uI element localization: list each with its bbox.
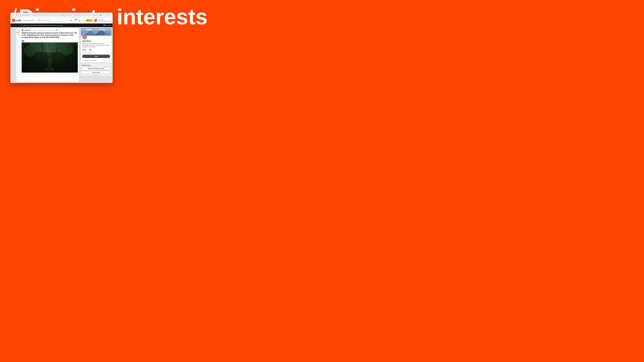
- url-bar[interactable]: (4) Walking along this stunning rainfore…: [18, 13, 98, 16]
- post-title: Walking along this stunning rainforest c…: [22, 32, 78, 38]
- browser-window: ← ↻ (4) Walking along this stunning rain…: [10, 12, 113, 83]
- minimize-button[interactable]: —: [105, 14, 107, 16]
- calendar-icon: 🏛: [82, 52, 83, 53]
- post-content: r/EarthPorn · Posted by u/TritonTheDark …: [20, 28, 79, 82]
- more-icon[interactable]: ⋮: [102, 14, 104, 16]
- content-area: ▲ 25.7k ▼ r/EarthPorn · Posted by u/Trit…: [10, 27, 112, 83]
- username: furtivepuffin: [98, 19, 110, 20]
- post-area: ▲ 25.7k ▼ r/EarthPorn · Posted by u/Trit…: [15, 27, 80, 83]
- window-controls: 🧩 ⋮ — □ ✕: [100, 14, 111, 16]
- subreddit-icon: [22, 29, 24, 31]
- svg-point-27: [86, 29, 92, 30]
- search-placeholder: Search Reddit: [40, 19, 49, 21]
- chat-badge: 4: [76, 18, 77, 20]
- vote-up-icon[interactable]: ▲: [12, 24, 14, 26]
- chat-irc-button[interactable]: Chat in IRC: [82, 71, 110, 74]
- post-title-bar: Walking along this stunning rainforest c…: [23, 25, 102, 26]
- time-ago: 2 years ago: [47, 30, 53, 31]
- browser-titlebar: ← ↻ (4) Walking along this stunning rain…: [10, 13, 112, 17]
- free-button[interactable]: Free: [86, 19, 93, 22]
- browser-controls: ← ↻: [12, 14, 18, 16]
- add-icon[interactable]: ＋: [82, 19, 84, 22]
- right-sidebar: 🌍 r/EarthPorn EarthPorn is your communit…: [80, 27, 112, 83]
- share-icon[interactable]: ↗: [66, 19, 68, 22]
- posted-by: Posted by u/TritonTheDark: [32, 30, 46, 31]
- vote-score: 25.7k: [17, 32, 20, 33]
- online-stat: 5.6k Online: [89, 49, 92, 51]
- vote-column: ▲ 25.7k ▼: [16, 28, 20, 82]
- premium-icon: [87, 19, 88, 21]
- post-card: ▲ 25.7k ▼ r/EarthPorn · Posted by u/Trit…: [16, 28, 79, 82]
- quick-access-card: Quick Access Browse All Network Subs Cha…: [81, 63, 112, 76]
- members-stat: 21.3m Members: [82, 49, 87, 51]
- user-dropdown[interactable]: 🐧 u/furtivepuffin ▾: [22, 19, 36, 22]
- karma-area: ⚙ 32.7k karma 🪙 17.8k: [98, 20, 110, 22]
- image-icon: 🖼: [20, 25, 22, 26]
- reddit-logo[interactable]: r reddit: [12, 19, 21, 22]
- svg-rect-26: [81, 28, 112, 31]
- subreddit-banner: [81, 28, 112, 36]
- downvote-button[interactable]: ▼: [18, 34, 20, 36]
- subreddit-card: 🌍 r/EarthPorn EarthPorn is your communit…: [81, 28, 112, 62]
- karma-badge: ⚙: [98, 20, 98, 22]
- subreddit-created: 🏛 Created Feb 14, 2011: [82, 52, 110, 53]
- notification-icon[interactable]: 🔔: [78, 19, 80, 22]
- vote-count: 1.6k: [14, 25, 17, 26]
- reddit-logo-text: reddit: [16, 19, 21, 22]
- subreddit-stats: 21.3m Members 5.6k Online: [82, 49, 110, 51]
- user-area[interactable]: 🐧 furtivepuffin ⚙ 32.7k karma 🪙 17.8k ▾: [94, 19, 111, 22]
- search-bar[interactable]: 🔍 Search Reddit: [36, 18, 64, 22]
- feed-icon[interactable]: ◉: [70, 19, 72, 22]
- upvote-button[interactable]: ▲: [18, 29, 20, 31]
- quick-access-title: Quick Access: [82, 64, 110, 66]
- chat-icon[interactable]: 💬 4: [74, 19, 76, 22]
- close-button[interactable]: ✕: [110, 14, 111, 16]
- post-announcement-bar: ▲ 1.6k ▼ 🖼 Walking along this stunning r…: [10, 23, 112, 27]
- subreddit-description: EarthPorn is your community of landscape…: [82, 43, 110, 48]
- chevron-down-icon: ▾: [110, 60, 110, 61]
- browse-all-subs-button[interactable]: Browse All Network Subs: [82, 67, 110, 70]
- subreddit-name[interactable]: r/EarthPorn: [24, 30, 31, 31]
- subreddit-title[interactable]: r/EarthPorn: [82, 40, 110, 42]
- user-info: furtivepuffin ⚙ 32.7k karma 🪙 17.8k: [98, 19, 110, 22]
- refresh-button[interactable]: ↻: [15, 14, 18, 16]
- oc-badge: OC: [103, 25, 106, 26]
- left-sidebar: [10, 27, 15, 83]
- avatar: 🐧: [94, 19, 97, 22]
- search-icon: 🔍: [38, 19, 40, 21]
- community-options[interactable]: COMMUNITY OPTIONS ▾: [82, 59, 110, 61]
- nav-icons: ↗ ◉ 💬 4 🔔 ＋: [66, 19, 84, 22]
- coins-badge: 🪙: [106, 20, 107, 22]
- chevron-down-icon: ▾: [34, 20, 34, 21]
- maximize-button[interactable]: □: [108, 14, 108, 16]
- close-bar-button[interactable]: ✕ Close: [107, 25, 111, 26]
- svg-point-28: [99, 28, 107, 30]
- puzzle-icon[interactable]: 🧩: [100, 14, 102, 16]
- back-button[interactable]: ←: [12, 14, 14, 16]
- image-overlay: [22, 42, 78, 72]
- vote-down-icon[interactable]: ▼: [18, 24, 20, 26]
- reddit-icon: r: [12, 19, 15, 22]
- join-button[interactable]: Join: [82, 55, 110, 58]
- oc-tag: OC: [22, 40, 24, 42]
- subreddit-info: 🌍 r/EarthPorn EarthPorn is your communit…: [81, 36, 112, 62]
- user-chevron-icon: ▾: [110, 20, 111, 21]
- post-meta: r/EarthPorn · Posted by u/TritonTheDark …: [22, 29, 78, 31]
- close-icon: ✕: [107, 25, 108, 26]
- post-image: [22, 42, 78, 72]
- reddit-navbar: r reddit 🐧 u/furtivepuffin ▾ 🔍 Search Re…: [10, 17, 112, 23]
